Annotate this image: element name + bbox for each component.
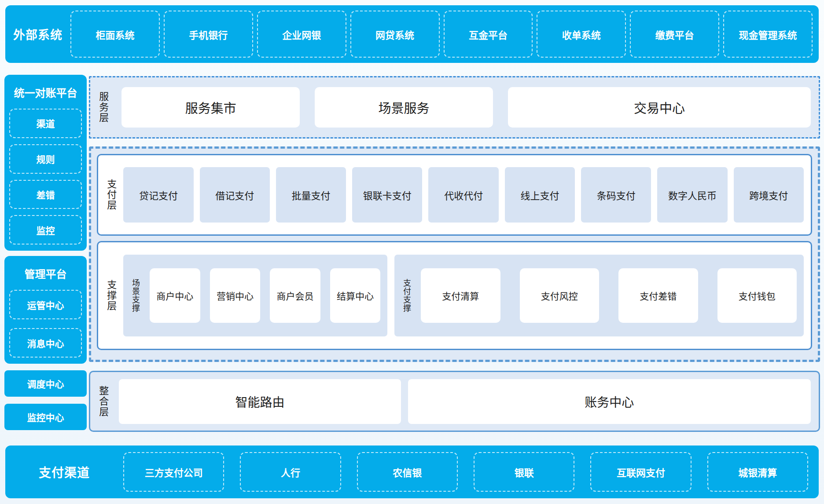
payment-channel-item: 农信银	[357, 452, 458, 492]
external-system-item: 缴费平台	[630, 11, 719, 58]
external-system-item: 现金管理系统	[723, 11, 813, 58]
integration-layer-label: 整合层	[97, 386, 108, 417]
external-systems-label: 外部系统	[5, 26, 70, 43]
payment-channel-item: 三方支付公司	[123, 452, 224, 492]
service-layer-label: 服务层	[97, 91, 108, 123]
service-layer-items: 服务集市场景服务交易中心	[121, 87, 811, 128]
reconciliation-platform-title: 统一对账平台	[9, 84, 82, 100]
scene-support-items: 商户中心营销中心商户会员结算中心	[150, 268, 380, 323]
payment-layer-item: 跨境支付	[734, 167, 804, 223]
payment-layer-item: 银联卡支付	[352, 167, 422, 223]
payment-layer-item: 条码支付	[581, 167, 651, 223]
payment-layer-item: 借记支付	[200, 167, 270, 223]
payment-layer-label: 支付层	[105, 179, 116, 211]
management-platform-panel: 管理平台 运管中心消息中心	[4, 256, 87, 364]
payment-channel-item: 银联	[474, 452, 574, 492]
support-layer-label: 支撑层	[105, 280, 116, 311]
external-system-item: 手机银行	[164, 11, 253, 58]
payment-support-item: 支付差错	[618, 268, 698, 323]
payment-channels-list: 三方支付公司人行农信银银联互联网支付城银清算	[123, 451, 813, 493]
management-items: 运管中心消息中心	[9, 290, 82, 358]
integration-layer: 整合层 智能路由账务中心	[89, 371, 820, 432]
payment-support-item: 支付清算	[421, 268, 500, 323]
payment-channel-item: 互联网支付	[590, 452, 691, 492]
scene-support-label: 场景支撑	[130, 279, 139, 312]
external-system-item: 网贷系统	[350, 11, 440, 58]
payment-support-group: 支付支撑 支付清算支付风控支付差错支付钱包	[394, 255, 804, 336]
payment-layer-item: 数字人民币	[657, 167, 727, 223]
reconciliation-item: 渠道	[9, 109, 82, 138]
reconciliation-item: 规则	[9, 144, 82, 174]
payment-channel-item: 人行	[240, 452, 341, 492]
service-layer: 服务层 服务集市场景服务交易中心	[89, 76, 820, 139]
management-platform-title: 管理平台	[9, 266, 82, 281]
service-layer-item: 场景服务	[315, 87, 493, 128]
payment-channel-item: 城银清算	[707, 452, 808, 492]
scene-support-item: 营销中心	[210, 268, 261, 323]
reconciliation-item: 差错	[9, 180, 82, 209]
external-system-item: 互金平台	[444, 11, 533, 58]
reconciliation-platform-panel: 统一对账平台 渠道规则差错监控	[4, 75, 87, 251]
payment-layer-item: 线上支付	[505, 167, 575, 223]
scene-support-item: 结算中心	[330, 268, 381, 323]
payment-support-item: 支付风控	[520, 268, 599, 323]
management-item: 消息中心	[9, 328, 82, 358]
external-system-item: 收单系统	[537, 11, 626, 58]
reconciliation-item: 监控	[9, 215, 82, 245]
dispatch-center-box: 调度中心	[4, 370, 87, 397]
external-system-item: 企业网银	[257, 11, 346, 58]
service-layer-item: 交易中心	[508, 87, 811, 128]
support-layer: 支撑层 场景支撑 商户中心营销中心商户会员结算中心 支付支撑 支付清算支付风控支…	[97, 241, 812, 350]
service-layer-item: 服务集市	[121, 87, 300, 128]
reconciliation-items: 渠道规则差错监控	[9, 109, 82, 245]
payment-channels-bar: 支付渠道 三方支付公司人行农信银银联互联网支付城银清算	[5, 446, 819, 498]
integration-layer-item: 账务中心	[408, 379, 811, 424]
integration-layer-items: 智能路由账务中心	[119, 379, 811, 424]
scene-support-group: 场景支撑 商户中心营销中心商户会员结算中心	[123, 255, 387, 336]
monitoring-center-box: 监控中心	[4, 404, 87, 430]
scene-support-item: 商户中心	[150, 268, 200, 323]
integration-layer-item: 智能路由	[119, 379, 401, 424]
payment-channels-label: 支付渠道	[5, 463, 123, 481]
external-systems-bar: 外部系统 柜面系统手机银行企业网银网贷系统互金平台收单系统缴费平台现金管理系统	[5, 5, 819, 63]
payment-support-item: 支付钱包	[717, 268, 797, 323]
payment-layer-item: 代收代付	[428, 167, 498, 223]
payment-support-label: 支付支撑	[401, 279, 410, 312]
management-item: 运管中心	[9, 290, 82, 319]
payment-support-container: 支付层 贷记支付借记支付批量支付银联卡支付代收代付线上支付条码支付数字人民币跨境…	[89, 146, 820, 362]
external-systems-list: 柜面系统手机银行企业网银网贷系统互金平台收单系统缴费平台现金管理系统	[70, 11, 813, 58]
payment-layer-item: 批量支付	[276, 167, 346, 223]
payment-layer: 支付层 贷记支付借记支付批量支付银联卡支付代收代付线上支付条码支付数字人民币跨境…	[97, 154, 812, 236]
payment-support-items: 支付清算支付风控支付差错支付钱包	[421, 268, 797, 323]
architecture-diagram: 外部系统 柜面系统手机银行企业网银网贷系统互金平台收单系统缴费平台现金管理系统 …	[0, 0, 824, 504]
payment-layer-items: 贷记支付借记支付批量支付银联卡支付代收代付线上支付条码支付数字人民币跨境支付	[123, 167, 804, 223]
scene-support-item: 商户会员	[270, 268, 320, 323]
payment-layer-item: 贷记支付	[123, 167, 193, 223]
external-system-item: 柜面系统	[70, 11, 160, 58]
